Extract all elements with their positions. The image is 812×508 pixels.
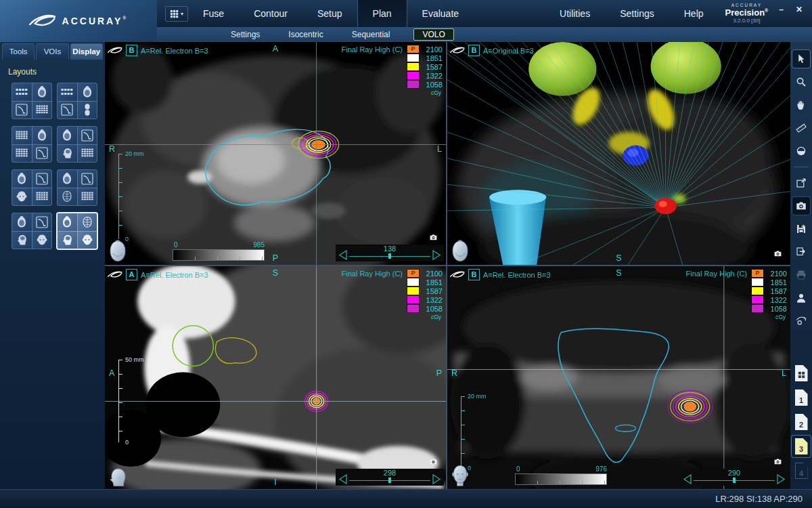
- menu-item[interactable]: Utilities: [545, 0, 605, 27]
- toolbar-button[interactable]: [792, 119, 810, 137]
- camera-icon[interactable]: [428, 457, 439, 466]
- menu-item[interactable]: Settings: [605, 0, 669, 27]
- main-menu: FuseContourSetupPlanEvaluate: [188, 0, 474, 27]
- camera-icon[interactable]: [772, 457, 784, 466]
- slice-next-arrow[interactable]: [432, 250, 441, 260]
- menu-item[interactable]: Help: [669, 0, 719, 27]
- page-tabs: 1 2 3 4: [792, 362, 811, 482]
- subtab[interactable]: Isocentric: [274, 27, 337, 42]
- series-letter-badge[interactable]: B: [126, 45, 137, 56]
- menu-item[interactable]: Contour: [239, 0, 302, 27]
- toolbar-button[interactable]: [792, 289, 810, 307]
- layout-option[interactable]: [12, 213, 52, 249]
- utility-menu: UtilitiesSettingsHelp: [545, 0, 719, 27]
- workspace-grid-menu-button[interactable]: ▾: [165, 6, 188, 22]
- series-letter-badge[interactable]: B: [468, 269, 480, 280]
- legend-row: 1587: [407, 62, 443, 71]
- viewport-axial: B A=Rel. Electron B=3 A R L P Final Ray …: [105, 42, 446, 265]
- toolbar-button[interactable]: [792, 220, 810, 238]
- layout-option[interactable]: [57, 126, 97, 163]
- dose-color-chip: [752, 278, 763, 286]
- plan-subtabs: SettingsIsocentricSequentialVOLO: [157, 27, 812, 42]
- dose-color-chip: [752, 296, 763, 303]
- slice-slider[interactable]: 138: [336, 245, 444, 261]
- menu-item[interactable]: Evaluate: [407, 0, 474, 27]
- viewport-coronal: B A=Rel. Electron B=3 S R L Final Ray Hi…: [447, 266, 790, 489]
- layout-option[interactable]: [12, 83, 52, 119]
- slider-thumb[interactable]: [388, 253, 391, 259]
- camera-icon[interactable]: [772, 249, 784, 258]
- axial-head-icon: [450, 238, 470, 263]
- dose-color-chip: [407, 72, 419, 79]
- sidebar-tab[interactable]: Tools: [2, 43, 35, 60]
- orientation-label: L: [782, 368, 786, 378]
- window-level-bar: 0 985: [173, 242, 265, 261]
- slice-next-arrow[interactable]: [432, 474, 441, 484]
- close-button[interactable]: ✕: [796, 5, 803, 14]
- slice-slider[interactable]: 290: [680, 469, 788, 486]
- layout-option[interactable]: [12, 169, 52, 206]
- accuray-swoosh-icon: [108, 271, 122, 278]
- slice-next-arrow[interactable]: [777, 474, 786, 484]
- toolbar-button[interactable]: [792, 197, 810, 215]
- main-menu-bar: ▾ FuseContourSetupPlanEvaluate Utilities…: [157, 0, 812, 27]
- page-tab[interactable]: [792, 362, 811, 384]
- display-sidebar: ToolsVOIsDisplay Layouts: [0, 42, 105, 489]
- grayscale-gradient[interactable]: [173, 249, 265, 261]
- slice-prev-arrow[interactable]: [683, 474, 692, 484]
- viewport-title: A=Rel. Electron B=3: [483, 271, 551, 279]
- accuray-logo: ACCURAY®: [0, 0, 157, 43]
- page-tab[interactable]: 4: [792, 460, 811, 482]
- camera-icon[interactable]: [428, 233, 439, 242]
- viewport-3d: B A=Original B=3 S: [447, 42, 790, 265]
- slider-thumb[interactable]: [733, 478, 736, 483]
- dose-legend: Final Ray High (C) P 2100 1851 1587: [342, 45, 443, 96]
- layout-option[interactable]: [12, 126, 52, 163]
- slice-prev-arrow[interactable]: [338, 250, 347, 260]
- toolbar-button[interactable]: [792, 174, 810, 192]
- minimize-button[interactable]: –: [779, 5, 784, 14]
- orientation-label: A: [273, 44, 278, 54]
- orientation-label: S: [616, 268, 621, 278]
- slice-prev-arrow[interactable]: [338, 474, 347, 484]
- slice-slider[interactable]: 298: [336, 469, 444, 486]
- sidebar-tab[interactable]: VOIs: [36, 43, 68, 60]
- toolbar-button[interactable]: [792, 312, 810, 330]
- dose-unit: cGy: [407, 89, 443, 96]
- toolbar-button[interactable]: [792, 50, 810, 68]
- sidebar-tab[interactable]: Display: [70, 43, 103, 60]
- layout-option[interactable]: [57, 213, 97, 249]
- subtab[interactable]: Sequential: [338, 27, 405, 42]
- series-letter-badge[interactable]: B: [468, 45, 480, 56]
- 3d-beam-view-image[interactable]: [447, 42, 790, 265]
- toolbar-button[interactable]: [792, 96, 810, 114]
- legend-row: 1322: [407, 295, 443, 304]
- accuray-swoosh-icon: [450, 47, 465, 54]
- menu-item[interactable]: Plan: [357, 0, 407, 27]
- series-letter-badge[interactable]: A: [126, 269, 137, 280]
- accuray-swoosh-icon: [108, 47, 122, 54]
- grayscale-gradient[interactable]: [515, 473, 607, 485]
- toolbar-button[interactable]: [792, 266, 810, 284]
- toolbar-button[interactable]: [792, 142, 810, 160]
- scale-ruler: 20 mm0: [118, 154, 149, 239]
- orientation-label: P: [273, 253, 278, 263]
- page-tab[interactable]: 1: [792, 387, 811, 408]
- menu-item[interactable]: Fuse: [188, 0, 239, 27]
- legend-row: 1851: [752, 278, 787, 287]
- slider-thumb[interactable]: [388, 478, 391, 483]
- layout-option[interactable]: [57, 83, 97, 119]
- menu-item[interactable]: Setup: [302, 0, 357, 27]
- orientation-label: P: [436, 368, 442, 378]
- legend-row: 1587: [752, 287, 787, 295]
- cursor-coordinates: LR:298 SI:138 AP:290: [715, 490, 803, 508]
- page-tab[interactable]: 2: [792, 411, 811, 433]
- subtab[interactable]: Settings: [217, 27, 274, 42]
- toolbar-button[interactable]: [792, 243, 810, 261]
- toolbar-button[interactable]: [792, 73, 810, 91]
- document-icon: 1: [795, 389, 808, 406]
- layout-option[interactable]: [57, 169, 97, 206]
- subtab[interactable]: VOLO: [413, 28, 453, 41]
- document-icon: 2: [795, 414, 808, 430]
- page-tab[interactable]: 3: [792, 436, 811, 457]
